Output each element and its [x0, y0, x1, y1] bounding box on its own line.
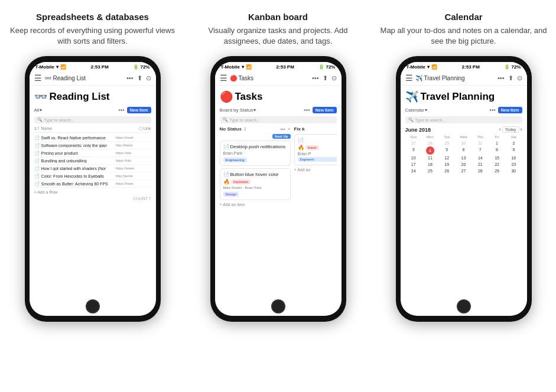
- search-placeholder-1: Type to search...: [44, 118, 75, 122]
- spreadsheets-title: Spreadsheets & databases: [7, 12, 178, 22]
- clock-icon-2[interactable]: ⊙: [331, 74, 337, 82]
- lane-count: 2: [244, 127, 246, 131]
- cal-week-1: 3 4 5 6 7 8 9: [405, 146, 522, 155]
- new-item-btn-1[interactable]: New Item: [127, 107, 151, 113]
- hamburger-icon-2: ☰: [220, 73, 227, 83]
- search-placeholder-3: Type to search...: [415, 118, 446, 122]
- home-button-3[interactable]: [457, 299, 471, 313]
- new-item-btn-2[interactable]: New Item: [313, 107, 337, 113]
- card-tag2-2: Design: [223, 192, 239, 197]
- table-row: 📄 Bundling and unbundling https://hbr.: [34, 157, 151, 165]
- cal-week-3: 17 18 19 20 21 22 23: [405, 161, 522, 168]
- count-1: COUNT 7: [34, 197, 151, 201]
- kanban-title: Kanban board: [193, 12, 364, 22]
- spreadsheets-desc: Keep records of everything using powerfu…: [7, 25, 178, 47]
- calendar-header: Calendar Map all your to-dos and notes o…: [378, 12, 550, 47]
- battery-1: 72%: [140, 64, 149, 70]
- search-row-2[interactable]: 🔍 Type to search...: [220, 116, 337, 123]
- home-btn-wrap-2: [215, 296, 342, 316]
- view-btn-1[interactable]: All ▾: [34, 107, 43, 113]
- search-row-1[interactable]: 🔍 Type to search...: [34, 116, 151, 123]
- ellipsis-icon-2[interactable]: •••: [312, 74, 319, 82]
- card-tag2-r: Engineerin: [298, 157, 337, 162]
- nav-title-1: Reading List: [53, 75, 86, 81]
- clock-icon-1[interactable]: ⊙: [146, 74, 151, 82]
- nav-bar-2: ☰ 🔴 Tasks ••• ⬆ ⊙: [215, 71, 342, 86]
- next-up-btn[interactable]: Next Up: [272, 134, 291, 139]
- plus-lane-icon[interactable]: +: [288, 126, 291, 132]
- table-row: 📄 Swift vs. React Native performance htt…: [34, 134, 151, 142]
- page-icon-1: 👓: [34, 90, 47, 103]
- dots-btn-2[interactable]: •••: [304, 107, 310, 113]
- cal-today-btn[interactable]: Today: [502, 126, 519, 133]
- table-header-1: ↄ↿ Name ⬡ Link: [34, 126, 151, 133]
- ellipsis-icon-3[interactable]: •••: [498, 74, 505, 82]
- cal-prev-btn[interactable]: ‹: [499, 126, 501, 133]
- wifi-icon-1: 📶: [60, 64, 66, 70]
- nav-icon-2: 🔴: [230, 75, 237, 81]
- table-row: 📄 Color: From Hexcodes to Eyeballs http:…: [34, 172, 151, 180]
- kanban-card: 📄 Button blue hover color 🔥 Important Mi…: [220, 168, 291, 200]
- search-icon-3: 🔍: [408, 117, 414, 122]
- hamburger-icon-3: ☰: [405, 73, 413, 83]
- cal-week-0: 27 28 29 30 31 1 2: [405, 140, 522, 146]
- carrier-1: T-Mobile: [35, 64, 54, 70]
- share-icon-3[interactable]: ⬆: [508, 74, 513, 82]
- dots-lane-icon[interactable]: •••: [280, 126, 285, 132]
- kanban-header: Kanban board Visually organize tasks and…: [193, 12, 364, 47]
- add-row-1[interactable]: + Add a Row: [34, 190, 151, 194]
- home-button-1[interactable]: [86, 299, 100, 313]
- nav-icon-1: 👓: [44, 75, 51, 81]
- search-placeholder-2: Type to search...: [230, 118, 261, 122]
- table-row: 📄 Software components: only the gian htt…: [34, 142, 151, 149]
- calendar-desc: Map all your to-dos and notes on a calen…: [378, 25, 550, 47]
- kanban-scroll: No Status 2 ••• + Next Up: [220, 126, 337, 207]
- search-icon-1: 🔍: [37, 117, 43, 122]
- phone-shell-3: T-Mobile ▾ 📶 2:53 PM 🔋 72% ☰ ✈️ Travel P…: [396, 56, 532, 322]
- nav-icon-3: ✈️: [415, 75, 422, 81]
- phone-shell-2: T-Mobile ▾ 📶 2:53 PM 🔋 72% ☰ 🔴 Tasks: [210, 56, 346, 322]
- calendar-grid: Sun Mon Tue Wed Thu Fri Sat 27 28 2: [405, 135, 522, 174]
- home-button-2[interactable]: [271, 299, 285, 313]
- card-tag-2: Important: [231, 179, 251, 184]
- card-tag-1: Engineering: [223, 158, 247, 162]
- add-item-right[interactable]: + Add an: [294, 168, 337, 172]
- page-title-row-3: ✈️ Travel Planning: [405, 90, 522, 103]
- calendar-column: Calendar Map all your to-dos and notes o…: [378, 12, 550, 322]
- share-icon-1[interactable]: ⬆: [137, 74, 142, 82]
- view-btn-3[interactable]: Calendar ▾: [405, 107, 427, 113]
- dots-btn-1[interactable]: •••: [118, 107, 125, 113]
- new-item-btn-3[interactable]: New Item: [498, 107, 522, 113]
- page-icon-2: 🔴: [220, 90, 233, 103]
- flame-icon: 🔥: [223, 179, 230, 185]
- toolbar-2: Board by Status ▾ ••• New Item: [220, 107, 337, 113]
- table-row: 📄 Smooth as Butter: Achieving 60 FPS htt…: [34, 180, 151, 188]
- page-title-1: Reading List: [50, 91, 110, 103]
- lane-label: No Status: [220, 126, 242, 132]
- nav-title-2: Tasks: [239, 75, 254, 81]
- dots-btn-3[interactable]: •••: [489, 107, 496, 113]
- search-icon-2: 🔍: [223, 117, 228, 122]
- home-btn-wrap-3: [401, 296, 527, 316]
- screen-content-1: 👓 Reading List All ▾ ••• New Item 🔍: [30, 86, 156, 296]
- spreadsheets-header: Spreadsheets & databases Keep records of…: [7, 12, 178, 47]
- kanban-card-right: 📄 🔥 Impor Brian P Engineerin: [294, 134, 337, 165]
- share-icon-2[interactable]: ⬆: [323, 74, 328, 82]
- phone-screen-3: T-Mobile ▾ 📶 2:53 PM 🔋 72% ☰ ✈️ Travel P…: [401, 62, 527, 316]
- cal-day-names: Sun Mon Tue Wed Thu Fri Sat: [405, 135, 522, 140]
- card-doc-icon-1: 📄: [223, 144, 229, 149]
- phone-screen-2: T-Mobile ▾ 📶 2:53 PM 🔋 72% ☰ 🔴 Tasks: [215, 62, 342, 316]
- view-btn-2[interactable]: Board by Status ▾: [220, 107, 256, 113]
- status-bar-1: T-Mobile ▾ 📶 2:53 PM 🔋 72%: [30, 62, 156, 71]
- table-row: 📄 How I got started with shaders (Nor ht…: [34, 165, 151, 172]
- search-row-3[interactable]: 🔍 Type to search...: [405, 116, 522, 123]
- card-assignees-2: Mike Shafer · Brian Park: [223, 186, 287, 190]
- kanban-lane-left: No Status 2 ••• + Next Up: [220, 126, 291, 207]
- page-title-3: Travel Planning: [421, 91, 495, 103]
- nav-bar-3: ☰ ✈️ Travel Planning ••• ⬆ ⊙: [401, 71, 527, 86]
- ellipsis-icon-1[interactable]: •••: [126, 74, 134, 82]
- kanban-column: Kanban board Visually organize tasks and…: [193, 12, 364, 322]
- clock-icon-3[interactable]: ⊙: [517, 74, 522, 82]
- add-item-left[interactable]: + Add an item: [220, 202, 291, 207]
- cal-next-btn[interactable]: ›: [521, 126, 522, 133]
